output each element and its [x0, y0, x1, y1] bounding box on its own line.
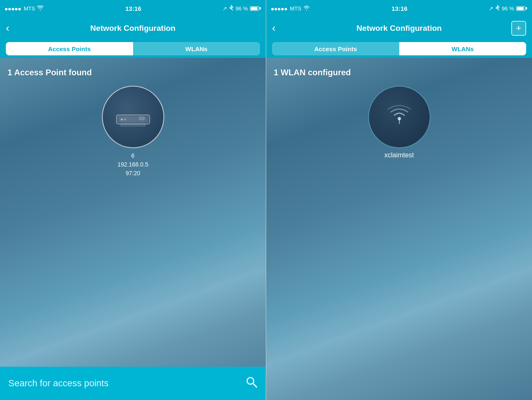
search-icon: [246, 376, 257, 391]
tab-bar-right: Access Points WLANs: [266, 40, 532, 58]
search-bar[interactable]: Search for access points: [0, 367, 266, 400]
time-left: 13:16: [125, 5, 141, 12]
tab-bar-left: Access Points WLANs: [0, 40, 266, 58]
battery-pct-right: 96 %: [502, 5, 514, 12]
content-area-left: 1 Access Point found: [0, 58, 266, 400]
tab-access-points-left[interactable]: Access Points: [6, 42, 133, 55]
ap-ip: 192.168.0.5: [118, 160, 148, 169]
svg-rect-5: [139, 117, 144, 120]
location-icon-left: ↗: [223, 5, 227, 12]
back-button-left[interactable]: ‹: [6, 22, 10, 35]
ap-info: 6 192.168.0.5 97:20: [118, 152, 148, 178]
ap-id: 6: [118, 152, 148, 160]
carrier-left: MTS: [24, 5, 35, 12]
svg-rect-4: [121, 124, 146, 126]
status-right-left: ↗ 96 %: [223, 5, 261, 12]
status-right-right: ↗ 96 %: [489, 5, 527, 12]
section-title-left: 1 Access Point found: [7, 68, 258, 77]
wlan-circle: [368, 86, 431, 148]
svg-point-3: [124, 119, 126, 121]
ap-item[interactable]: 6 192.168.0.5 97:20: [7, 86, 258, 178]
status-bar-left: MTS 13:16 ↗ 96 %: [0, 0, 266, 17]
status-left-left: MTS: [5, 5, 44, 12]
wifi-icon-right: [303, 5, 310, 12]
time-right: 13:16: [391, 5, 407, 12]
nav-title-left: Network Configuration: [90, 24, 176, 33]
content-inner-left: 1 Access Point found: [0, 58, 266, 178]
ap-mac: 97:20: [118, 169, 148, 178]
section-title-right: 1 WLAN configured: [274, 68, 525, 77]
right-panel: MTS 13:16 ↗ 96 %: [266, 0, 532, 400]
wlan-item[interactable]: xclaimtest: [274, 86, 525, 159]
left-panel: MTS 13:16 ↗ 96 %: [0, 0, 266, 400]
wlan-signal-icon: [383, 100, 416, 134]
content-inner-right: 1 WLAN configured: [266, 58, 532, 159]
location-icon-right: ↗: [489, 5, 493, 12]
search-text: Search for access points: [8, 378, 239, 389]
wlan-name: xclaimtest: [384, 152, 414, 159]
nav-bar-right: ‹ Network Configuration +: [266, 17, 532, 40]
nav-bar-left: ‹ Network Configuration: [0, 17, 266, 40]
tab-access-points-right[interactable]: Access Points: [272, 42, 399, 55]
status-bar-right: MTS 13:16 ↗ 96 %: [266, 0, 532, 17]
battery-icon-left: [250, 6, 261, 11]
svg-point-2: [121, 119, 123, 121]
status-left-right: MTS: [271, 5, 310, 12]
svg-line-7: [253, 383, 257, 387]
ap-circle: [102, 86, 164, 148]
battery-pct-left: 96 %: [235, 5, 248, 12]
wifi-icon-left: [37, 5, 44, 12]
bluetooth-icon-left: [229, 5, 233, 12]
back-button-right[interactable]: ‹: [272, 22, 276, 35]
nav-title-right: Network Configuration: [356, 24, 442, 33]
signal-dots-left: [5, 5, 22, 12]
ap-device-icon: [110, 100, 156, 134]
battery-icon-right: [516, 6, 527, 11]
bluetooth-icon-right: [495, 5, 500, 12]
add-button[interactable]: +: [511, 21, 526, 36]
tab-wlans-left[interactable]: WLANs: [133, 42, 260, 55]
signal-dots-right: [271, 5, 288, 12]
tab-wlans-right[interactable]: WLANs: [399, 42, 527, 55]
carrier-right: MTS: [290, 5, 301, 12]
content-area-right: 1 WLAN configured: [266, 58, 532, 400]
